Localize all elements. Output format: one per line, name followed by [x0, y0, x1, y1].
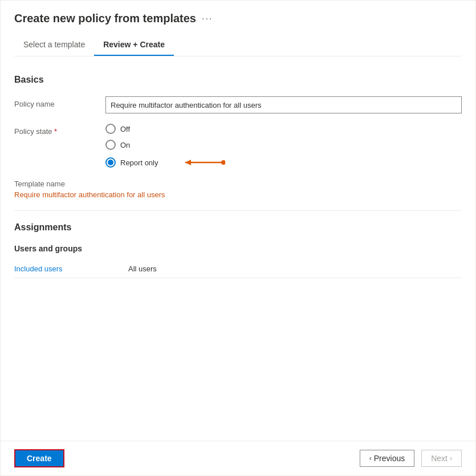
- radio-report-only-label: Report only: [120, 158, 158, 167]
- section-divider: [14, 210, 462, 211]
- radio-on-label: On: [120, 141, 130, 149]
- page-header: Create new policy from templates ··· Sel…: [1, 1, 475, 56]
- radio-item-on[interactable]: On: [105, 140, 462, 150]
- tabs-row: Select a template Review + Create: [14, 34, 462, 56]
- svg-point-2: [221, 160, 225, 165]
- policy-name-control: [105, 96, 462, 113]
- template-name-section: Template name Require multifactor authen…: [14, 180, 462, 199]
- policy-name-input[interactable]: [105, 96, 462, 113]
- policy-name-label: Policy name: [14, 96, 105, 108]
- chevron-right-icon: ›: [450, 454, 452, 462]
- template-name-value: Require multifactor authentication for a…: [14, 190, 462, 199]
- svg-marker-1: [185, 160, 191, 165]
- radio-report-only-dot: [108, 160, 113, 165]
- assignments-section: Assignments Users and groups Included us…: [14, 222, 462, 278]
- report-only-arrow-annotation: [174, 156, 225, 169]
- template-name-label: Template name: [14, 180, 462, 188]
- radio-report-only-circle: [105, 157, 116, 168]
- more-options-icon[interactable]: ···: [202, 14, 213, 24]
- tab-review-create[interactable]: Review + Create: [94, 34, 174, 56]
- policy-name-row: Policy name: [14, 96, 462, 113]
- tab-select-template[interactable]: Select a template: [14, 34, 94, 56]
- next-label: Next: [431, 454, 447, 463]
- users-groups-title: Users and groups: [14, 244, 462, 253]
- included-users-value: All users: [128, 265, 157, 273]
- policy-state-radio-group: Off On Report only: [105, 124, 462, 169]
- footer-bar: Create ‹ Previous Next ›: [1, 441, 475, 475]
- assignments-section-title: Assignments: [14, 222, 462, 233]
- page-title: Create new policy from templates: [14, 12, 196, 25]
- radio-item-report-only[interactable]: Report only: [105, 156, 462, 169]
- basics-section-title: Basics: [14, 75, 462, 85]
- radio-off-circle: [105, 124, 116, 134]
- policy-state-label: Policy state: [14, 124, 105, 136]
- content-area: Basics Policy name Policy state Off: [1, 56, 475, 441]
- included-users-key[interactable]: Included users: [14, 265, 128, 273]
- radio-off-label: Off: [120, 125, 130, 133]
- radio-on-circle: [105, 140, 116, 150]
- next-button[interactable]: Next ›: [421, 450, 462, 467]
- previous-button[interactable]: ‹ Previous: [360, 450, 414, 467]
- radio-item-off[interactable]: Off: [105, 124, 462, 134]
- chevron-left-icon: ‹: [369, 454, 372, 462]
- policy-state-control: Off On Report only: [105, 124, 462, 169]
- previous-label: Previous: [374, 454, 405, 463]
- policy-state-row: Policy state Off On: [14, 124, 462, 169]
- arrow-svg: [174, 156, 225, 169]
- page-title-row: Create new policy from templates ···: [14, 12, 462, 25]
- page-container: Create new policy from templates ··· Sel…: [0, 0, 476, 476]
- assignment-row-included-users: Included users All users: [14, 260, 462, 278]
- create-button[interactable]: Create: [14, 449, 64, 467]
